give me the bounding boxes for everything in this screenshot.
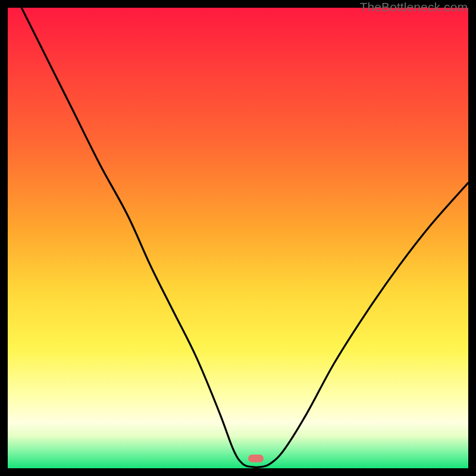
watermark-text: TheBottleneck.com [360,0,468,14]
plot-area [8,8,468,468]
chart-root: TheBottleneck.com [0,0,476,476]
curve-svg [8,8,468,468]
bottleneck-curve [21,8,468,467]
optimal-point-marker [248,455,264,462]
